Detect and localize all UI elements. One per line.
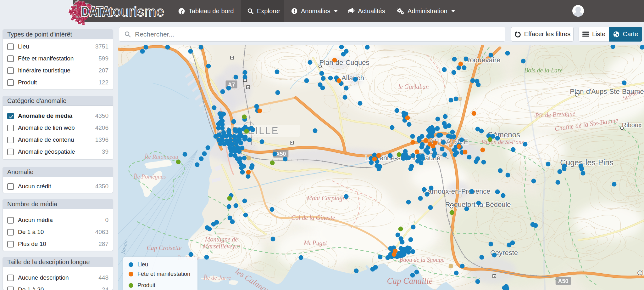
svg-text:Île de Jarre: Île de Jarre: [203, 274, 231, 281]
svg-text:Cuges-les-Pins: Cuges-les-Pins: [560, 158, 613, 167]
svg-text:Mt Puget: Mt Puget: [303, 239, 327, 247]
svg-text:A50: A50: [558, 278, 568, 284]
svg-text:Bois de la Lare: Bois de la Lare: [524, 67, 563, 74]
svg-text:Marseilleveyre: Marseilleveyre: [202, 243, 240, 250]
svg-text:Ciotat: Ciotat: [637, 269, 644, 277]
svg-text:tourisme: tourisme: [109, 3, 164, 20]
svg-text:DATA: DATA: [81, 4, 110, 19]
svg-text:Allauch: Allauch: [341, 74, 364, 82]
svg-text:Plan-de-Cuques: Plan-de-Cuques: [319, 59, 369, 66]
svg-text:Mont Carpiagne: Mont Carpiagne: [307, 195, 349, 202]
svg-text:Cap Canaille: Cap Canaille: [387, 276, 433, 286]
svg-text:Col de la Gineste: Col de la Gineste: [291, 214, 335, 221]
svg-text:Montagne de: Montagne de: [205, 236, 238, 243]
svg-text:le Garlaban: le Garlaban: [398, 83, 429, 90]
svg-text:Baou de la Saoupe: Baou de la Saoupe: [399, 256, 444, 263]
svg-text:Île Ratonneau: Île Ratonneau: [144, 153, 178, 160]
svg-text:Roquevaire: Roquevaire: [465, 56, 501, 64]
svg-text:Riboux: Riboux: [622, 122, 641, 128]
svg-text:Île Pomègues: Île Pomègues: [133, 173, 166, 180]
svg-text:Cap Croisette: Cap Croisette: [147, 244, 182, 252]
